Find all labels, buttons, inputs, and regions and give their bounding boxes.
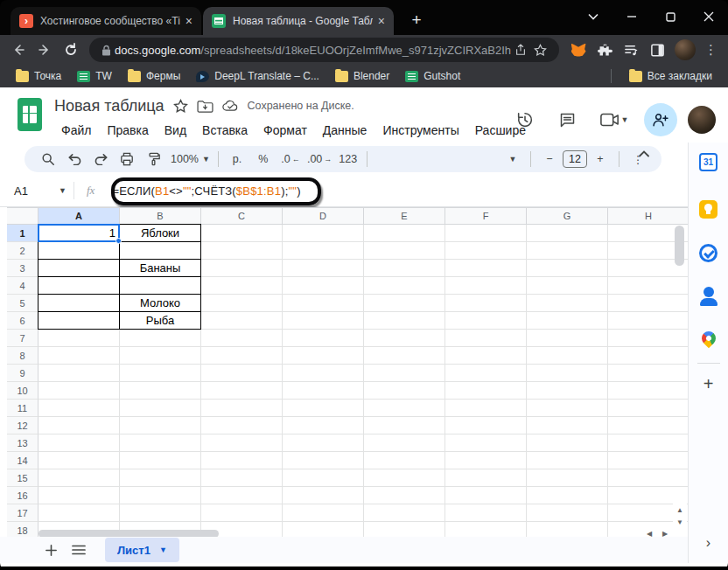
cell-E10[interactable] [364,382,445,400]
hide-side-panel-icon[interactable]: › [706,535,710,551]
cell-G8[interactable] [527,347,608,365]
cell-F13[interactable] [445,434,527,452]
cell-D4[interactable] [283,277,364,295]
cell-F9[interactable] [445,365,527,382]
cell-G3[interactable] [527,260,608,277]
tab-search-icon[interactable] [574,0,612,33]
cell-A8[interactable] [38,347,120,365]
cell-G15[interactable] [527,469,608,487]
cell-H15[interactable] [608,469,688,487]
row-header-8[interactable]: 8 [7,347,38,365]
add-sheet-icon[interactable] [38,538,63,562]
decrease-decimal-button[interactable]: .0← [279,149,300,170]
cell-H12[interactable] [608,417,688,434]
font-size-increase-button[interactable]: + [590,149,611,170]
cell-H14[interactable] [608,452,688,469]
cell-G16[interactable] [527,487,608,504]
playlist-extension-icon[interactable] [622,41,640,59]
cell-H11[interactable] [608,400,688,417]
contacts-icon[interactable] [698,284,719,305]
cell-A15[interactable] [38,469,120,487]
cell-C13[interactable] [201,434,283,452]
cell-A13[interactable] [38,434,120,452]
cell-G5[interactable] [527,295,608,312]
cell-D11[interactable] [283,400,364,417]
toolbar-collapse-icon[interactable] [639,150,649,157]
cell-B14[interactable] [120,452,201,469]
cell-E4[interactable] [364,277,445,295]
row-header-10[interactable]: 10 [7,382,38,400]
address-bar[interactable]: docs.google.com /spreadsheets/d/18keEUOO… [89,38,559,62]
row-header-7[interactable]: 7 [7,330,38,347]
row-header-5[interactable]: 5 [7,295,38,312]
font-size-input[interactable]: 12 [563,150,587,168]
cell-C16[interactable] [201,487,283,504]
cell-C10[interactable] [201,382,283,400]
cell-C6[interactable] [201,312,283,330]
cell-C11[interactable] [201,400,283,417]
zoom-select[interactable]: 100%▼ [169,149,210,170]
vertical-scrollbar-thumb[interactable] [675,226,684,266]
bookmark-star-icon[interactable] [534,44,547,57]
bookmark-item[interactable]: Точка [9,68,68,84]
paint-format-icon[interactable] [143,149,164,170]
cell-F10[interactable] [445,382,527,400]
cell-C3[interactable] [201,260,283,277]
column-header-G[interactable]: G [527,207,608,225]
cell-A3[interactable] [38,260,120,277]
cell-G2[interactable] [527,242,608,260]
document-title[interactable]: Новая таблица [54,97,164,115]
cell-E5[interactable] [364,295,445,312]
bookmark-item[interactable]: Фермы [121,68,187,84]
sheet-tab-active[interactable]: Лист1 ▼ [105,538,179,562]
cell-H8[interactable] [608,347,688,365]
cell-B11[interactable] [120,400,201,417]
cell-B16[interactable] [120,487,201,504]
back-button[interactable] [7,38,30,61]
cell-B13[interactable] [120,434,201,452]
row-header-12[interactable]: 12 [7,417,38,434]
tab-close-icon[interactable]: × [186,15,192,27]
cell-C15[interactable] [201,469,283,487]
cell-D7[interactable] [283,330,364,347]
cell-G14[interactable] [527,452,608,469]
cell-G7[interactable] [527,330,608,347]
font-family-select[interactable]: ▼ [501,149,522,170]
cell-H7[interactable] [608,330,688,347]
cell-E1[interactable] [364,225,445,242]
cell-H10[interactable] [608,382,688,400]
name-box[interactable]: A1 ▼ [0,184,74,198]
cell-G10[interactable] [527,382,608,400]
row-header-3[interactable]: 3 [7,260,38,277]
cell-E6[interactable] [364,312,445,330]
cell-B3[interactable]: Бананы [120,260,201,277]
sheets-logo-icon[interactable] [18,98,42,131]
row-header-1[interactable]: 1 [7,225,38,242]
cell-C2[interactable] [201,242,283,260]
cell-E16[interactable] [364,487,445,504]
window-close-button[interactable] [690,0,728,33]
row-header-13[interactable]: 13 [7,434,38,452]
column-header-F[interactable]: F [445,207,527,225]
cell-F2[interactable] [445,242,527,260]
all-sheets-icon[interactable] [66,538,91,562]
cell-C17[interactable] [201,504,283,522]
cell-E11[interactable] [364,400,445,417]
cell-F8[interactable] [445,347,527,365]
redo-icon[interactable] [90,149,111,170]
row-header-16[interactable]: 16 [7,487,38,504]
cell-E12[interactable] [364,417,445,434]
cell-D1[interactable] [283,225,364,242]
increase-decimal-button[interactable]: .00→ [305,149,332,170]
row-header-14[interactable]: 14 [7,452,38,469]
scroll-up-button[interactable]: ▲ [673,504,687,516]
percent-format-button[interactable]: % [253,149,274,170]
currency-format-button[interactable]: р. [227,149,248,170]
cell-D5[interactable] [283,295,364,312]
cell-B6[interactable]: Рыба [120,312,201,330]
menu-файл[interactable]: Файл [54,121,98,140]
meet-camera-icon[interactable]: ▼ [592,102,637,137]
scroll-down-button[interactable]: ▼ [673,516,687,528]
cell-B15[interactable] [120,469,201,487]
select-all-corner[interactable] [7,207,38,225]
